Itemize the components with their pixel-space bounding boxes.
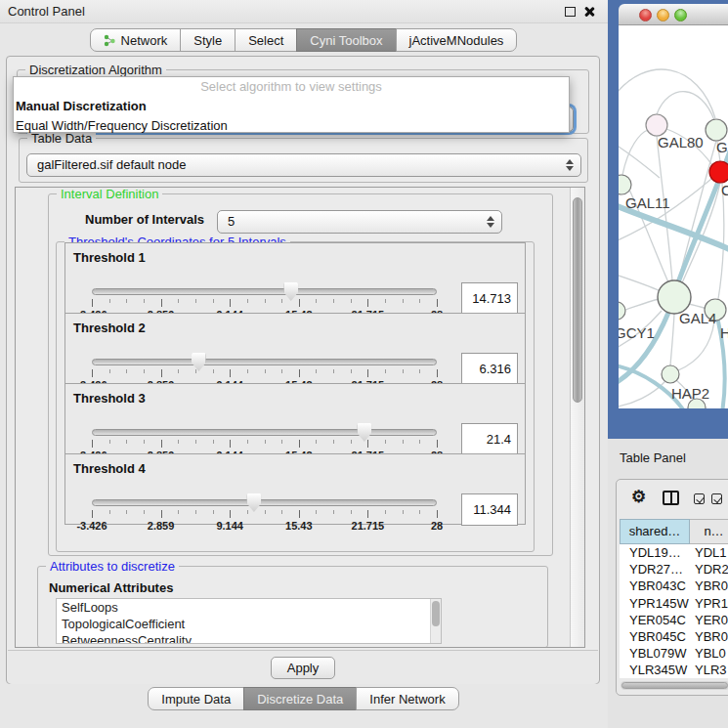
horizontal-scrollbar[interactable] xyxy=(621,681,728,690)
slider-thumb[interactable] xyxy=(192,353,206,371)
table-row[interactable]: YBR045CYBR0 xyxy=(620,628,728,645)
tab-network[interactable]: Network xyxy=(90,28,182,52)
tab-label: Style xyxy=(193,33,222,48)
table-row[interactable]: YLR345WYLR3 xyxy=(620,662,728,678)
node-gal11[interactable] xyxy=(619,175,631,194)
node-hap2[interactable] xyxy=(662,365,679,383)
number-of-intervals-combobox[interactable]: 5 xyxy=(217,210,502,234)
table-row[interactable]: YDL19…YDL1 xyxy=(620,544,728,561)
list-item[interactable]: TopologicalCoefficient xyxy=(57,616,441,632)
threshold-slider[interactable]: -3.4262.8599.14415.4321.71528 xyxy=(92,425,437,454)
scrollbar-thumb[interactable] xyxy=(432,601,440,626)
scrollbar-thumb[interactable] xyxy=(621,682,728,689)
apply-button[interactable]: Apply xyxy=(271,657,335,679)
tab-jactivemnodules[interactable]: jActiveMNodules xyxy=(396,28,518,52)
threshold-slider[interactable]: -3.4262.8599.14415.4321.71528 xyxy=(92,355,437,384)
checkbox-icon[interactable] xyxy=(694,493,705,504)
cyni-toolbox-panel: Discretization Algorithm Table Data galF… xyxy=(6,56,600,684)
slider-tick xyxy=(299,369,300,377)
threshold-slider[interactable]: -3.4262.8599.14415.4321.71528 xyxy=(92,495,437,525)
slider-tick xyxy=(161,510,162,518)
cell: YDL19… xyxy=(620,544,690,561)
slider-tick xyxy=(316,299,317,303)
threshold-value-field[interactable]: 6.316 xyxy=(461,353,518,385)
slider-tick xyxy=(92,369,93,377)
tab-label: Cyni Toolbox xyxy=(310,33,382,48)
dropdown-option-manual-discretization[interactable]: Manual Discretization xyxy=(14,97,569,116)
threshold-value-field[interactable]: 14.713 xyxy=(461,282,518,315)
slider-thumb[interactable] xyxy=(246,493,261,512)
column-header-shared-name[interactable]: shared… xyxy=(620,519,690,544)
network-window-titlebar[interactable] xyxy=(619,4,728,25)
close-traffic-light-icon[interactable] xyxy=(639,9,652,21)
float-window-icon[interactable] xyxy=(565,7,576,17)
network-canvas[interactable]: GAL80 G C GAL11 GAL4 GCY1 H HAP2 xyxy=(619,25,728,408)
columns-icon[interactable] xyxy=(663,491,679,505)
minimize-traffic-light-icon[interactable] xyxy=(657,9,669,21)
slider-tick xyxy=(403,440,404,444)
tab-cyni-toolbox[interactable]: Cyni Toolbox xyxy=(296,28,396,52)
dropdown-option-equal-width-frequency[interactable]: Equal Width/Frequency Discretization xyxy=(14,116,569,136)
tab-label: Infer Network xyxy=(369,692,445,707)
cell: YBR043C xyxy=(620,578,690,594)
slider-tick-label: 9.144 xyxy=(216,520,243,532)
tab-impute-data[interactable]: Impute Data xyxy=(148,687,244,710)
apply-bar: Apply xyxy=(8,650,598,684)
list-item[interactable]: BetweennessCentrality xyxy=(57,632,441,644)
close-icon[interactable] xyxy=(583,6,595,18)
node-gal80[interactable] xyxy=(646,114,667,136)
tab-infer-network[interactable]: Infer Network xyxy=(356,687,458,710)
slider-tick xyxy=(367,299,368,307)
settings-scrollbar[interactable] xyxy=(570,188,584,647)
slider-track[interactable] xyxy=(92,288,437,295)
gear-icon[interactable] xyxy=(631,487,646,507)
network-view-window: GAL80 G C GAL11 GAL4 GCY1 H HAP2 xyxy=(608,0,728,439)
list-scrollbar[interactable] xyxy=(430,599,441,643)
table-header: shared… n… xyxy=(620,519,728,544)
checkbox-icon[interactable] xyxy=(711,493,722,504)
column-header-name[interactable]: n… xyxy=(690,519,728,544)
slider-thumb[interactable] xyxy=(283,282,298,301)
list-item[interactable]: SelfLoops xyxy=(57,599,441,616)
scrollbar-thumb[interactable] xyxy=(573,197,582,403)
node-partial-top-right[interactable] xyxy=(706,119,727,141)
network-icon xyxy=(104,34,116,47)
node-gcy1[interactable] xyxy=(619,302,625,320)
threshold-coordinates-group: Threshold's Coordinates for 5 Intervals … xyxy=(56,241,535,552)
table-data-combobox[interactable]: galFiltered.sif default node xyxy=(26,153,581,177)
slider-track[interactable] xyxy=(92,499,437,506)
dropdown-placeholder-item[interactable]: Select algorithm to view settings xyxy=(14,77,569,97)
slider-tick xyxy=(351,510,352,514)
slider-tick xyxy=(265,440,266,444)
table-row[interactable]: YER054CYER0 xyxy=(620,612,728,628)
threshold-slider[interactable]: -3.4262.8599.14415.4321.71528 xyxy=(92,284,437,314)
threshold-value-field[interactable]: 21.4 xyxy=(461,423,518,455)
table-row[interactable]: YDR27…YDR2 xyxy=(620,561,728,578)
tab-discretize-data[interactable]: Discretize Data xyxy=(243,687,357,710)
slider-tick xyxy=(299,510,300,518)
slider-tick xyxy=(385,440,386,444)
combobox-value: galFiltered.sif default node xyxy=(37,154,186,176)
node-label: H xyxy=(720,324,728,341)
slider-tick xyxy=(126,369,127,373)
node-selected-red[interactable] xyxy=(709,161,728,183)
slider-tick xyxy=(265,369,266,373)
table-row[interactable]: YBR043CYBR0 xyxy=(620,578,728,594)
node-gal4[interactable] xyxy=(658,280,691,314)
tab-style[interactable]: Style xyxy=(180,28,236,52)
stepper-icon xyxy=(566,159,574,171)
slider-tick xyxy=(247,440,248,444)
slider-tick xyxy=(126,440,127,444)
cell: YBR0 xyxy=(690,578,728,594)
table-row[interactable]: YPR145WYPR1 xyxy=(620,595,728,612)
slider-tick xyxy=(385,369,386,373)
attributes-list[interactable]: SelfLoops TopologicalCoefficient Between… xyxy=(56,598,442,644)
tab-select[interactable]: Select xyxy=(235,28,297,52)
slider-tick xyxy=(109,510,110,514)
slider-track[interactable] xyxy=(92,429,437,436)
threshold-value-field[interactable]: 11.344 xyxy=(461,493,518,526)
table-row[interactable]: YBL079WYBL0 xyxy=(620,645,728,662)
zoom-traffic-light-icon[interactable] xyxy=(674,9,687,21)
slider-thumb[interactable] xyxy=(357,423,371,442)
slider-track[interactable] xyxy=(92,359,437,365)
